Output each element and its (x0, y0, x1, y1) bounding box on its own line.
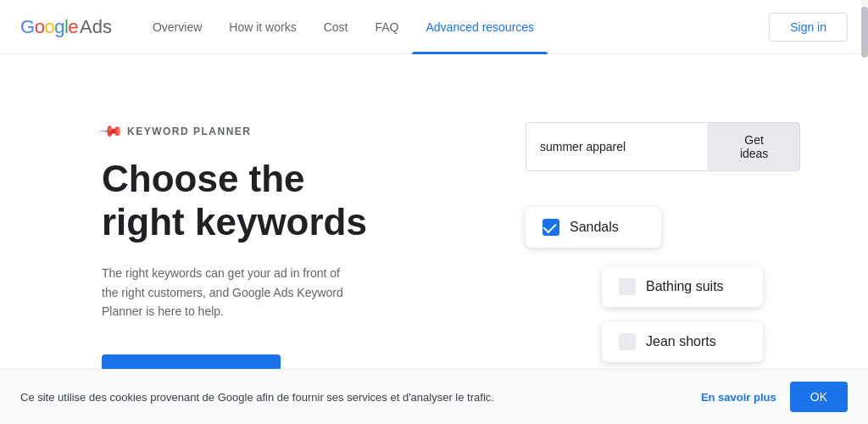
cookie-banner: Ce site utilise des cookies provenant de… (0, 369, 868, 393)
search-bar: Get ideas (526, 122, 800, 171)
checkbox-bathing-suits[interactable] (619, 278, 636, 295)
keyword-label-sandals: Sandals (570, 220, 619, 235)
keyword-label-bathing-suits: Bathing suits (646, 279, 724, 294)
keyword-card-sandals[interactable]: Sandals (526, 207, 661, 248)
keyword-planner-label: 📌 KEYWORD PLANNER (102, 122, 458, 141)
nav-item-cost[interactable]: Cost (310, 0, 362, 54)
cookie-learn-more-button[interactable]: En savoir plus (701, 391, 776, 394)
google-ads-logo[interactable]: Google Ads (20, 16, 112, 38)
main-content: 📌 KEYWORD PLANNER Choose the right keywo… (0, 54, 868, 393)
checkbox-jean-shorts[interactable] (619, 333, 636, 350)
ads-wordmark: Ads (80, 16, 112, 38)
cookie-ok-button[interactable]: OK (790, 382, 848, 393)
right-illustration: Get ideas Sandals Bathing suits Jean sho… (509, 105, 800, 393)
keyword-card-bathing-suits[interactable]: Bathing suits (602, 266, 763, 307)
scrollbar[interactable] (861, 0, 868, 53)
checkbox-sandals[interactable] (542, 219, 559, 236)
main-description: The right keywords can get your ad in fr… (102, 264, 356, 321)
nav-item-advanced-resources[interactable]: Advanced resources (412, 0, 548, 54)
header: Google Ads Overview How it works Cost FA… (0, 0, 868, 54)
nav-item-how-it-works[interactable]: How it works (215, 0, 309, 54)
get-ideas-button[interactable]: Get ideas (709, 122, 800, 171)
google-wordmark: Google (20, 16, 78, 38)
keyword-planner-badge: KEYWORD PLANNER (127, 126, 252, 137)
keyword-card-jean-shorts[interactable]: Jean shorts (602, 321, 763, 362)
nav-item-faq[interactable]: FAQ (361, 0, 412, 54)
main-nav: Overview How it works Cost FAQ Advanced … (139, 0, 769, 54)
nav-item-overview[interactable]: Overview (139, 0, 215, 54)
pin-icon: 📌 (97, 118, 124, 144)
sign-in-button[interactable]: Sign in (769, 13, 848, 42)
cookie-text: Ce site utilise des cookies provenant de… (20, 391, 687, 394)
search-input[interactable] (526, 122, 709, 171)
keyword-label-jean-shorts: Jean shorts (646, 334, 716, 349)
left-content: 📌 KEYWORD PLANNER Choose the right keywo… (102, 105, 458, 393)
main-title: Choose the right keywords (102, 158, 458, 243)
scrollbar-thumb (861, 7, 868, 58)
